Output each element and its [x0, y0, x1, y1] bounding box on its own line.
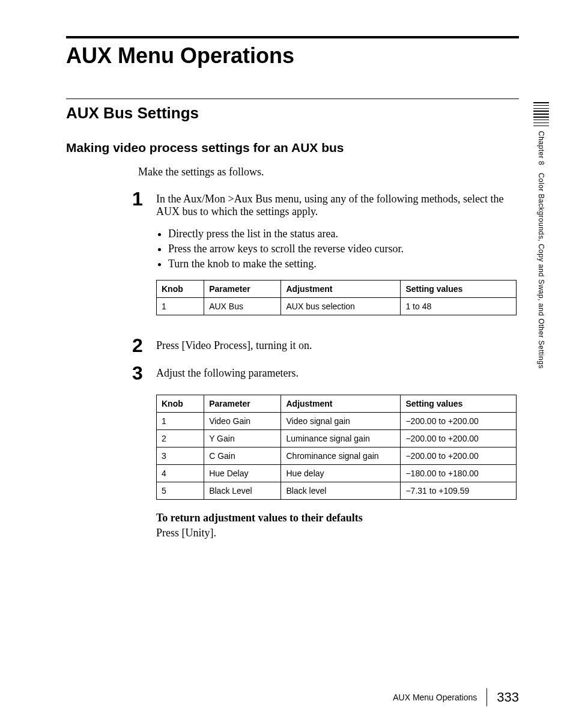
table-header: Adjustment: [281, 281, 401, 298]
table-cell: −200.00 to +200.00: [401, 430, 517, 447]
table-cell: Black level: [281, 482, 401, 500]
subsection-title: Making video process settings for an AUX…: [66, 141, 519, 155]
step-text: In the Aux/Mon >Aux Bus menu, using any …: [156, 193, 504, 217]
step-number: 1: [132, 189, 151, 208]
section-rule: [66, 99, 519, 99]
section-title: AUX Bus Settings: [66, 104, 519, 123]
page-footer: AUX Menu Operations 333: [393, 688, 519, 706]
intro-text: Make the settings as follows.: [138, 166, 519, 178]
table-cell: Black Level: [204, 482, 281, 500]
table-cell: Hue Delay: [204, 465, 281, 482]
table-cell: −7.31 to +109.59: [401, 482, 517, 500]
table-cell: Luminance signal gain: [281, 430, 401, 447]
step-1: 1 In the Aux/Mon >Aux Bus menu, using an…: [132, 193, 519, 327]
step-text: Press [Video Process], turning it on.: [156, 339, 312, 351]
table-cell: 3: [157, 447, 204, 465]
table-cell: −180.00 to +180.00: [401, 465, 517, 482]
table-cell: 1 to 48: [401, 298, 517, 315]
table-row: 4 Hue Delay Hue delay −180.00 to +180.00: [157, 465, 517, 482]
table-row: 2 Y Gain Luminance signal gain −200.00 t…: [157, 430, 517, 447]
table-row: 5 Black Level Black level −7.31 to +109.…: [157, 482, 517, 500]
step-number: 3: [132, 363, 151, 383]
step-number: 2: [132, 336, 151, 355]
table-cell: 5: [157, 482, 204, 500]
table-cell: −200.00 to +200.00: [401, 447, 517, 465]
table-header: Knob: [157, 281, 204, 298]
table-cell: Hue delay: [281, 465, 401, 482]
table-header: Parameter: [204, 281, 281, 298]
footer-divider: [487, 688, 487, 706]
table-cell: Y Gain: [204, 430, 281, 447]
title-rule: [66, 36, 519, 38]
table-row: 1 AUX Bus AUX bus selection 1 to 48: [157, 298, 517, 315]
table-header: Setting values: [401, 395, 517, 413]
table-header: Knob: [157, 395, 204, 413]
table-cell: 2: [157, 430, 204, 447]
table-header: Setting values: [401, 281, 517, 298]
footer-title: AUX Menu Operations: [393, 693, 477, 702]
table-header-row: Knob Parameter Adjustment Setting values: [157, 395, 517, 413]
bullet-item: Press the arrow keys to scroll the rever…: [168, 243, 519, 255]
table-cell: Chrominance signal gain: [281, 447, 401, 465]
defaults-text: Press [Unity].: [156, 527, 519, 539]
table-header-row: Knob Parameter Adjustment Setting values: [157, 281, 517, 298]
bullet-item: Directly press the list in the status ar…: [168, 228, 519, 240]
table-cell: C Gain: [204, 447, 281, 465]
step-text: Adjust the following parameters.: [156, 367, 299, 379]
table-cell: AUX Bus: [204, 298, 281, 315]
side-tab-text: Chapter 8 Color Backgrounds, Copy and Sw…: [537, 131, 545, 369]
step-3: 3 Adjust the following parameters.: [132, 367, 519, 383]
step-2: 2 Press [Video Process], turning it on.: [132, 339, 519, 355]
table-header: Parameter: [204, 395, 281, 413]
defaults-heading: To return adjustment values to their def…: [156, 512, 519, 524]
table-cell: AUX bus selection: [281, 298, 401, 315]
table-cell: 4: [157, 465, 204, 482]
side-tab-bars-icon: [533, 102, 549, 126]
bullet-item: Turn the knob to make the setting.: [168, 258, 519, 270]
knob-table-2: Knob Parameter Adjustment Setting values…: [156, 395, 517, 500]
defaults-block: To return adjustment values to their def…: [156, 512, 519, 539]
side-tab: Chapter 8 Color Backgrounds, Copy and Sw…: [533, 102, 549, 369]
page-title: AUX Menu Operations: [66, 43, 519, 68]
footer-page-number: 333: [497, 690, 519, 705]
knob-table-1: Knob Parameter Adjustment Setting values…: [156, 280, 517, 315]
table-header: Adjustment: [281, 395, 401, 413]
table-cell: 1: [157, 413, 204, 430]
table-cell: Video signal gain: [281, 413, 401, 430]
table-cell: −200.00 to +200.00: [401, 413, 517, 430]
table-row: 3 C Gain Chrominance signal gain −200.00…: [157, 447, 517, 465]
step-bullets: Directly press the list in the status ar…: [168, 228, 519, 270]
table-cell: 1: [157, 298, 204, 315]
table-row: 1 Video Gain Video signal gain −200.00 t…: [157, 413, 517, 430]
table-cell: Video Gain: [204, 413, 281, 430]
